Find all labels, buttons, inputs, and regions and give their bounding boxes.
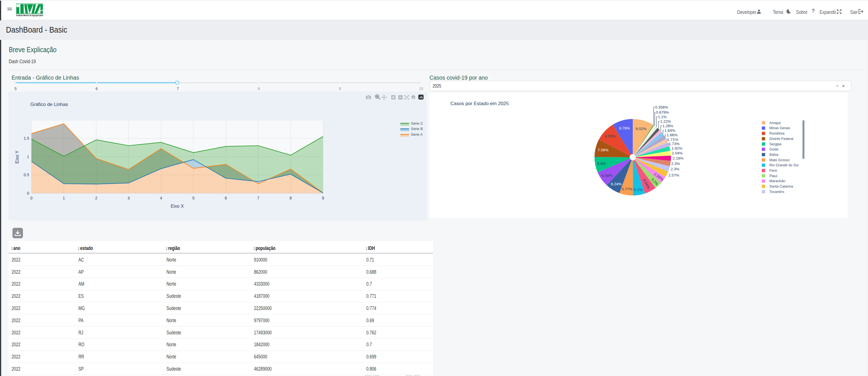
svg-text:2.3%: 2.3% — [671, 167, 679, 171]
svg-text:6.58%: 6.58% — [601, 173, 612, 178]
svg-text:2: 2 — [95, 196, 97, 200]
svg-text:9: 9 — [322, 196, 324, 200]
svg-text:Casos por Estado em 2025: Casos por Estado em 2025 — [451, 101, 509, 106]
svg-text:6.24%: 6.24% — [611, 182, 622, 186]
svg-text:3: 3 — [127, 196, 130, 200]
svg-text:Tocantins: Tocantins — [770, 190, 784, 194]
svg-text:Série A: Série A — [411, 132, 423, 137]
svg-text:0: 0 — [30, 196, 33, 200]
svg-text:1.73%: 1.73% — [669, 142, 679, 146]
svg-text:8: 8 — [290, 196, 292, 200]
svg-text:Série C: Série C — [411, 121, 423, 125]
svg-text:Mato Grosso: Mato Grosso — [770, 158, 790, 162]
svg-text:5.77%: 5.77% — [622, 187, 632, 191]
svg-text:5.1%: 5.1% — [634, 187, 643, 192]
svg-text:Maranhão: Maranhão — [770, 179, 785, 183]
svg-text:1: 1 — [27, 154, 29, 159]
svg-text:6.6%: 6.6% — [597, 162, 606, 166]
svg-text:1.22%: 1.22% — [660, 119, 671, 123]
svg-text:8.58%: 8.58% — [605, 134, 616, 138]
svg-text:Eixo X: Eixo X — [171, 204, 184, 208]
svg-text:Distrito Federal: Distrito Federal — [770, 137, 794, 141]
svg-text:4: 4 — [160, 196, 162, 200]
svg-text:0.679%: 0.679% — [656, 110, 669, 114]
svg-text:Gráfico de Linhas: Gráfico de Linhas — [30, 102, 68, 107]
svg-text:Instituto Mineiro de Agropecuá: Instituto Mineiro de Agropecuária — [16, 15, 43, 17]
svg-text:1.71%: 1.71% — [667, 138, 678, 142]
svg-text:1.1%: 1.1% — [658, 115, 667, 119]
svg-text:6: 6 — [225, 196, 227, 200]
svg-text:5: 5 — [192, 196, 194, 200]
svg-text:9.02%: 9.02% — [636, 127, 646, 131]
svg-text:Santa Catarina: Santa Catarina — [770, 184, 793, 189]
svg-text:1.66%: 1.66% — [667, 133, 678, 137]
svg-text:Pará: Pará — [770, 169, 777, 173]
svg-text:2.3%: 2.3% — [671, 162, 680, 166]
svg-text:Eixo Y: Eixo Y — [15, 150, 20, 164]
svg-text:0: 0 — [27, 191, 29, 196]
svg-text:2.18%: 2.18% — [673, 156, 683, 161]
svg-text:0.356%: 0.356% — [655, 105, 668, 109]
svg-text:Série B: Série B — [411, 127, 423, 131]
svg-text:Sergipe: Sergipe — [770, 142, 782, 146]
svg-text:1.26%: 1.26% — [662, 124, 673, 128]
svg-text:7.56%: 7.56% — [598, 148, 609, 152]
svg-text:Minas Gerais: Minas Gerais — [770, 126, 790, 130]
svg-text:Rondônia: Rondônia — [770, 132, 785, 136]
svg-text:Rio Grande do Sul: Rio Grande do Sul — [770, 163, 799, 167]
svg-text:8.76%: 8.76% — [619, 126, 630, 131]
svg-text:1.64%: 1.64% — [664, 128, 675, 133]
svg-text:1: 1 — [63, 196, 65, 200]
svg-text:Amapá: Amapá — [770, 121, 781, 125]
svg-text:7: 7 — [257, 196, 259, 200]
svg-text:Bahia: Bahia — [770, 153, 779, 157]
svg-text:0.5: 0.5 — [24, 173, 29, 177]
svg-text:Goiás: Goiás — [770, 147, 779, 151]
svg-text:2.04%: 2.04% — [672, 151, 683, 155]
svg-text:2.57%: 2.57% — [669, 173, 679, 177]
svg-text:Piauí: Piauí — [770, 174, 778, 178]
svg-text:1.92%: 1.92% — [672, 146, 682, 150]
svg-text:1.5: 1.5 — [24, 136, 29, 141]
